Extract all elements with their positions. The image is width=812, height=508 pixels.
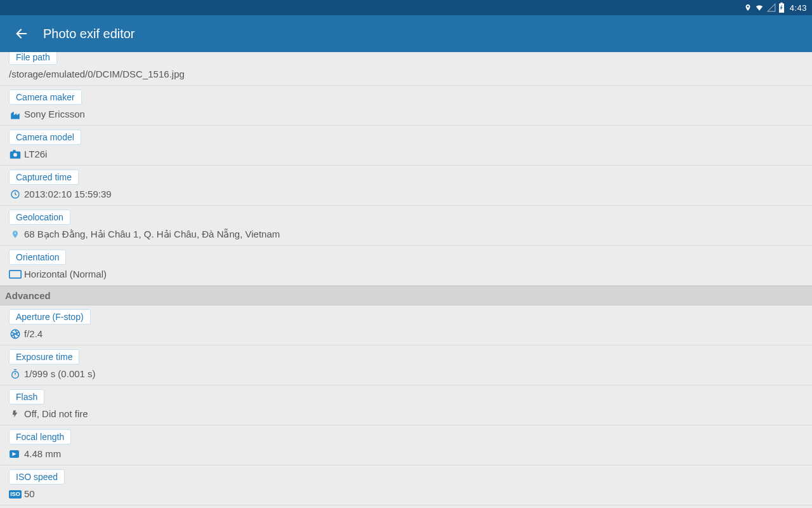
status-clock: 4:43 <box>790 3 807 13</box>
flash-icon <box>9 408 22 420</box>
field-focal-length[interactable]: Focal length 4.48 mm <box>0 425 812 465</box>
field-aperture[interactable]: Aperture (F-stop) f/2.4 <box>0 305 812 345</box>
field-camera-maker[interactable]: Camera maker Sony Ericsson <box>0 86 812 126</box>
camera-icon <box>9 150 22 159</box>
field-label: ISO speed <box>9 469 65 485</box>
field-value: 4.48 mm <box>24 447 61 461</box>
field-label: Focal length <box>9 429 71 444</box>
back-button[interactable] <box>10 22 33 45</box>
field-label: Camera maker <box>9 90 82 105</box>
page-title: Photo exif editor <box>43 27 135 41</box>
action-bar: Photo exif editor <box>0 15 812 52</box>
field-orientation[interactable]: Orientation Horizontal (Normal) <box>0 246 812 286</box>
field-value: f/2.4 <box>24 327 43 341</box>
field-value: 1/999 s (0.001 s) <box>24 367 96 381</box>
wifi-icon <box>754 3 764 12</box>
field-label: Camera model <box>9 130 81 145</box>
field-camera-model[interactable]: Camera model LT26i <box>0 126 812 166</box>
battery-icon <box>778 3 785 13</box>
stopwatch-icon <box>9 368 22 380</box>
field-label: Exposure time <box>9 349 79 364</box>
field-label: File path <box>9 52 57 65</box>
field-value: Off, Did not fire <box>24 407 88 421</box>
clock-icon <box>9 189 22 199</box>
field-label: Orientation <box>9 250 66 265</box>
orientation-icon <box>9 270 22 279</box>
field-value: Horizontal (Normal) <box>24 267 107 281</box>
section-advanced: Advanced <box>0 286 812 305</box>
field-value: /storage/emulated/0/DCIM/DSC_1516.jpg <box>9 67 185 81</box>
content-scroll[interactable]: File path /storage/emulated/0/DCIM/DSC_1… <box>0 52 812 508</box>
field-file-path[interactable]: File path /storage/emulated/0/DCIM/DSC_1… <box>0 52 812 86</box>
status-bar: 4:43 <box>0 0 812 15</box>
svg-rect-3 <box>13 150 16 152</box>
field-flash[interactable]: Flash Off, Did not fire <box>0 385 812 425</box>
field-exposure[interactable]: Exposure time 1/999 s (0.001 s) <box>0 345 812 385</box>
field-label: Aperture (F-stop) <box>9 309 91 324</box>
field-value: 50 <box>24 487 35 501</box>
pin-icon <box>9 229 22 240</box>
focal-length-icon <box>9 449 22 459</box>
field-label: Flash <box>9 389 44 404</box>
signal-icon <box>767 3 776 12</box>
arrow-left-icon <box>15 27 29 41</box>
aperture-icon <box>9 328 22 340</box>
field-geolocation[interactable]: Geolocation 68 Bạch Đằng, Hải Châu 1, Q.… <box>0 206 812 246</box>
iso-icon: ISO <box>9 490 22 498</box>
field-value: Sony Ericsson <box>24 107 85 121</box>
field-label: Geolocation <box>9 210 70 225</box>
location-icon <box>744 3 752 12</box>
field-label: Captured time <box>9 170 79 185</box>
field-value: LT26i <box>24 147 47 161</box>
field-iso[interactable]: ISO speed ISO 50 <box>0 465 812 505</box>
svg-point-7 <box>12 371 19 378</box>
field-captured-time[interactable]: Captured time 2013:02:10 15:59:39 <box>0 166 812 206</box>
field-white-balance[interactable]: White balance AWB Auto <box>0 505 812 508</box>
field-value: 68 Bạch Đằng, Hải Châu 1, Q. Hải Châu, Đ… <box>24 227 280 241</box>
factory-icon <box>9 109 22 119</box>
field-value: 2013:02:10 15:59:39 <box>24 187 112 201</box>
svg-point-2 <box>13 153 17 157</box>
svg-rect-5 <box>10 271 21 278</box>
